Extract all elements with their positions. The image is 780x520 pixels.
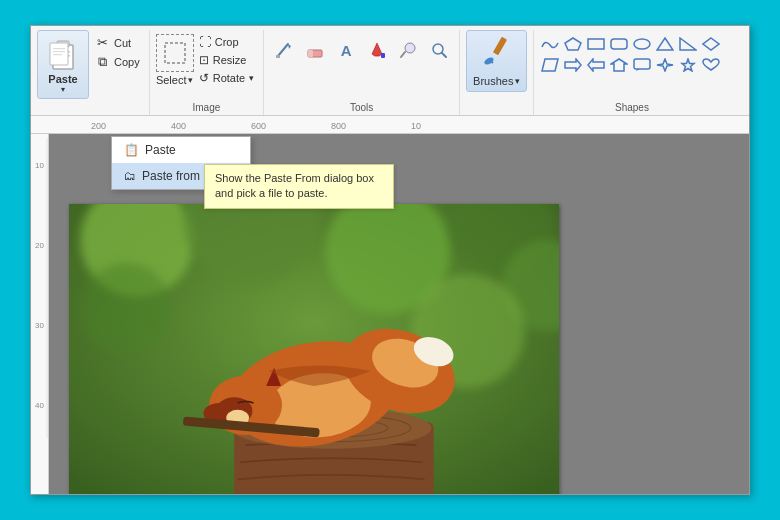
svg-marker-29: [542, 59, 558, 71]
svg-rect-8: [53, 54, 62, 55]
rotate-button[interactable]: ↺ Rotate ▾: [196, 70, 257, 86]
paste-from-label: Paste from: [142, 169, 200, 183]
paint-window: Paste ▾ ✂ Cut ⧉ Copy: [30, 25, 750, 495]
tools-group-label: Tools: [350, 100, 373, 115]
cut-label: Cut: [114, 37, 131, 49]
shape-rtriangle[interactable]: [678, 34, 698, 54]
pencil-tool[interactable]: [270, 36, 298, 64]
paste-menu-item[interactable]: 📋 Paste: [112, 137, 250, 163]
shapes-group-label: Shapes: [615, 100, 649, 115]
canvas-surface: [69, 204, 559, 494]
select-arrow: ▾: [188, 75, 193, 85]
select-label: Select: [156, 74, 187, 86]
paste-dropdown-arrow: ▾: [61, 85, 65, 94]
brushes-label: Brushes: [473, 75, 513, 87]
brushes-button[interactable]: Brushes ▾: [466, 30, 527, 92]
cut-button[interactable]: ✂ Cut: [91, 34, 143, 51]
svg-rect-14: [308, 50, 313, 57]
shape-arrow-left[interactable]: [586, 55, 606, 75]
paste-button[interactable]: Paste ▾: [37, 30, 89, 99]
svg-point-25: [634, 39, 650, 49]
svg-rect-20: [493, 37, 507, 56]
brushes-icon: [479, 35, 515, 75]
cut-copy-buttons: ✂ Cut ⧉ Copy: [91, 34, 143, 71]
canvas-area[interactable]: 📋 Paste 🗂 Paste from Show the Paste From…: [49, 134, 749, 494]
brushes-arrow: ▾: [515, 76, 520, 86]
ribbon: Paste ▾ ✂ Cut ⧉ Copy: [31, 26, 749, 116]
rotate-icon: ↺: [199, 71, 209, 85]
main-area: 10 20 30 40 📋 Paste 🗂 Paste from: [31, 134, 749, 494]
fill-tool[interactable]: [363, 36, 391, 64]
svg-marker-32: [611, 59, 627, 71]
image-group: Select ▾ ⛶ Crop ⊡ Resize ↺: [150, 30, 264, 115]
svg-line-17: [401, 52, 405, 57]
paste-icon: [45, 35, 81, 71]
svg-marker-11: [288, 44, 291, 49]
svg-rect-12: [276, 55, 280, 58]
tools-group: A: [264, 30, 460, 115]
shape-parallelogram[interactable]: [540, 55, 560, 75]
shape-diamond[interactable]: [701, 34, 721, 54]
svg-marker-36: [682, 59, 694, 71]
svg-marker-35: [657, 59, 673, 71]
svg-marker-27: [680, 38, 696, 50]
left-ruler: 10 20 30 40: [31, 134, 49, 494]
shape-triangle[interactable]: [655, 34, 675, 54]
crop-label: Crop: [215, 36, 239, 48]
svg-marker-26: [657, 38, 673, 50]
ruler-marks: 200 400 600 800 10: [91, 116, 491, 133]
paste-menu-label: Paste: [145, 143, 176, 157]
eraser-tool[interactable]: [301, 36, 329, 64]
clipboard-items: Paste ▾ ✂ Cut ⧉ Copy: [37, 30, 143, 111]
top-ruler: 200 400 600 800 10: [31, 116, 749, 134]
copy-label: Copy: [114, 56, 140, 68]
svg-marker-31: [588, 59, 604, 71]
svg-marker-22: [565, 38, 581, 50]
shape-callout[interactable]: [632, 55, 652, 75]
select-icon[interactable]: [156, 34, 194, 72]
text-tool[interactable]: A: [332, 36, 360, 64]
svg-rect-33: [634, 59, 650, 69]
image-buttons: ⛶ Crop ⊡ Resize ↺ Rotate ▾: [196, 34, 257, 86]
shape-pentagon[interactable]: [563, 34, 583, 54]
shape-star4[interactable]: [655, 55, 675, 75]
shape-arrow-up[interactable]: [609, 55, 629, 75]
shapes-grid: [540, 34, 723, 75]
crop-button[interactable]: ⛶ Crop: [196, 34, 257, 50]
paste-menu-icon: 📋: [124, 143, 139, 157]
rotate-label: Rotate: [213, 72, 245, 84]
svg-marker-28: [703, 38, 719, 50]
svg-rect-15: [381, 53, 385, 58]
shape-ellipse[interactable]: [632, 34, 652, 54]
image-group-label: Image: [193, 100, 221, 115]
shape-roundrect[interactable]: [609, 34, 629, 54]
svg-line-19: [442, 53, 446, 57]
svg-rect-24: [611, 39, 627, 49]
magnify-tool[interactable]: [425, 36, 453, 64]
shape-rect[interactable]: [586, 34, 606, 54]
shapes-group: Shapes: [534, 30, 729, 115]
copy-button[interactable]: ⧉ Copy: [91, 53, 143, 71]
copy-icon: ⧉: [94, 54, 110, 70]
crop-icon: ⛶: [199, 35, 211, 49]
resize-icon: ⊡: [199, 53, 209, 67]
svg-point-48: [80, 263, 171, 354]
resize-button[interactable]: ⊡ Resize: [196, 52, 257, 68]
paste-from-icon: 🗂: [124, 169, 136, 183]
paste-label: Paste: [48, 73, 77, 85]
shape-heart[interactable]: [701, 55, 721, 75]
fox-image: [69, 204, 559, 494]
shape-wave[interactable]: [540, 34, 560, 54]
cut-icon: ✂: [94, 35, 110, 50]
svg-rect-9: [165, 43, 185, 63]
shape-arrow-right[interactable]: [563, 55, 583, 75]
color-picker-tool[interactable]: [394, 36, 422, 64]
select-group: Select ▾: [156, 30, 194, 86]
brushes-group: Brushes ▾: [460, 30, 534, 115]
image-items: Select ▾ ⛶ Crop ⊡ Resize ↺: [156, 30, 257, 100]
svg-text:30: 30: [35, 321, 44, 330]
clipboard-group: Paste ▾ ✂ Cut ⧉ Copy: [31, 30, 150, 115]
svg-text:10: 10: [35, 161, 44, 170]
svg-rect-7: [53, 51, 65, 52]
shape-star5[interactable]: [678, 55, 698, 75]
